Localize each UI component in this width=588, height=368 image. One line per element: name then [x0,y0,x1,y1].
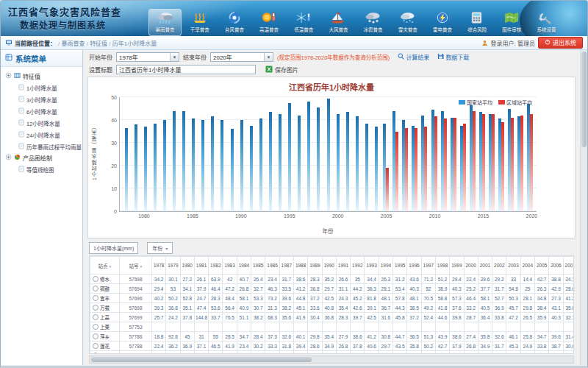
nav-item-calculator[interactable]: 综合风险 [462,10,493,35]
image-export-icon [265,66,273,74]
value-cell [492,322,506,332]
value-cell: 29.7 [322,284,336,294]
bar-group-2012 [448,97,458,211]
nav-item-typhoon[interactable]: 台风普查 [218,10,250,35]
bar [327,99,330,211]
row-select-radio[interactable] [93,333,98,339]
start-year-label: 开始年份 [89,53,112,61]
sidebar-item-rain-24h[interactable]: 24小时降水量 [2,129,81,141]
breadcrumb: / 暴雨普查 / 特征值 / 历年1小时降水量 [58,39,157,47]
breadcrumb-link[interactable]: 特征值 [90,40,107,47]
horizontal-scrollbar[interactable] [89,355,574,364]
nav-item-hail[interactable]: 冰雹普查 [357,10,389,35]
value-cell: 41.2 [293,284,307,294]
dataset-selector[interactable]: 1小时降水量(mm) [89,242,138,254]
value-cell: 46.3 [265,284,279,294]
value-cell: 24.1 [563,275,574,284]
sidebar-item-isoline-drawing[interactable]: 等值线绘图 [2,163,81,175]
nav-item-map[interactable]: 图件审核 [496,10,528,35]
rainstorm-icon [156,11,175,24]
row-select-radio[interactable] [93,343,98,349]
bar-group-1982 [159,97,169,211]
value-cell: 26.5 [520,313,534,322]
end-year-select[interactable]: 2020年 ▼ [210,52,273,62]
sidebar-group-product-mapping[interactable]: 产品图绘制 [2,152,81,163]
sidebar-item-rain-3h[interactable]: 3小时降水量 [2,93,81,105]
column-header-year: 2005 [535,257,549,275]
value-cell: 37.2 [407,313,421,322]
year-filter-select[interactable]: 年份 ▾ [147,242,173,254]
column-header-station-id[interactable]: 站号▾ [120,257,152,275]
column-header-year: 2004 [520,257,534,275]
y-tick-label: 30 [111,141,117,146]
row-select-radio[interactable] [93,353,98,354]
row-select-radio[interactable] [93,305,98,311]
chart-title-input[interactable] [116,65,256,74]
value-cell: 36.7 [379,303,392,313]
calculate-button[interactable]: 计算结果 [398,53,429,61]
nav-item-rainstorm[interactable]: 暴雨普查 [149,10,181,35]
bar-group-1995 [285,97,295,211]
row-select-radio[interactable] [93,295,98,301]
sidebar-item-rain-12h[interactable]: 12小时降水量 [2,117,81,129]
nav-item-drought[interactable]: 干旱普查 [184,10,215,35]
vertical-scrollbar-thumb[interactable] [581,52,587,147]
breadcrumb-link[interactable]: 暴雨普查 [61,40,85,47]
column-header-station[interactable]: 站点▾ [90,257,120,275]
value-cell: 38.2 [293,351,307,355]
expand-toggle-icon[interactable] [5,72,12,80]
column-header-year: 2007 [563,257,574,275]
value-cell [194,322,208,332]
value-cell: 31.8 [279,342,293,351]
legend-entry[interactable]: 区域站平均 [498,99,532,106]
download-button[interactable]: 数据下载 [437,53,469,61]
station-name-cell: 分宜 [90,351,120,355]
row-select-radio[interactable] [93,314,98,320]
sidebar-item-rain-6h[interactable]: 6小时降水量 [2,105,81,117]
top-navigation: 暴雨普查干旱普查台风普查高温普查低温普查大风普查冰雹普查雪灾普查雷电普查综合风险… [149,3,562,35]
sidebar-item-storm-process-avg[interactable]: 历年暴雨过程平均雨量 [2,141,81,152]
nav-item-low-temp[interactable]: 低温普查 [288,10,320,35]
value-cell: 21.4 [209,351,223,355]
value-cell: 40.9 [237,303,251,313]
value-cell: 41.8 [435,303,449,313]
logout-button[interactable]: 退出系统 [538,37,583,49]
value-cell: 52.8 [237,351,251,355]
nav-item-high-temp[interactable]: 高温普查 [254,10,285,35]
save-image-button[interactable]: 保存图片 [265,66,298,74]
bar-group-1986 [198,97,208,211]
value-cell: 26.8 [237,284,251,294]
nav-item-lightning[interactable]: 雷电普查 [426,10,458,35]
bar [173,111,176,211]
bar-group-1983 [169,97,179,211]
start-year-select[interactable]: 1978年 ▼ [116,52,179,62]
value-cell: 24.2 [166,313,180,322]
value-cell: 31.7 [492,342,506,351]
value-cell: 57.8 [393,294,407,303]
value-cell [450,322,464,332]
value-cell: 49.2 [421,303,435,313]
value-cell: 67.5 [194,351,208,355]
expand-toggle-icon[interactable] [5,154,12,162]
row-select-radio[interactable] [93,276,98,282]
value-cell: 32.7 [563,313,574,322]
breadcrumb-link[interactable]: 历年1小时降水量 [112,40,157,47]
value-cell [180,322,194,332]
horizontal-scrollbar-thumb[interactable] [91,357,312,362]
bar-group-2000 [333,97,343,211]
bar [365,124,368,211]
table-controls: 1小时降水量(mm) 年份 ▾ [83,240,580,255]
vertical-scrollbar[interactable] [580,50,587,365]
sidebar-item-rain-1h[interactable]: 1小时降水量 [2,82,81,93]
bar [231,129,234,211]
nav-item-snow[interactable]: 雪灾普查 [392,10,423,35]
row-select-radio[interactable] [93,286,98,291]
row-select-radio[interactable] [93,324,98,330]
nav-item-gale[interactable]: 大风普查 [323,10,354,35]
page-icon [18,84,24,92]
sidebar-group-features[interactable]: 特征值 [2,71,81,82]
legend-entry[interactable]: 国家站平均 [459,99,492,106]
nav-item-wrench[interactable]: 系统设置 [531,10,562,35]
value-cell: 35 [351,275,365,284]
value-cell: 53 [166,284,180,294]
